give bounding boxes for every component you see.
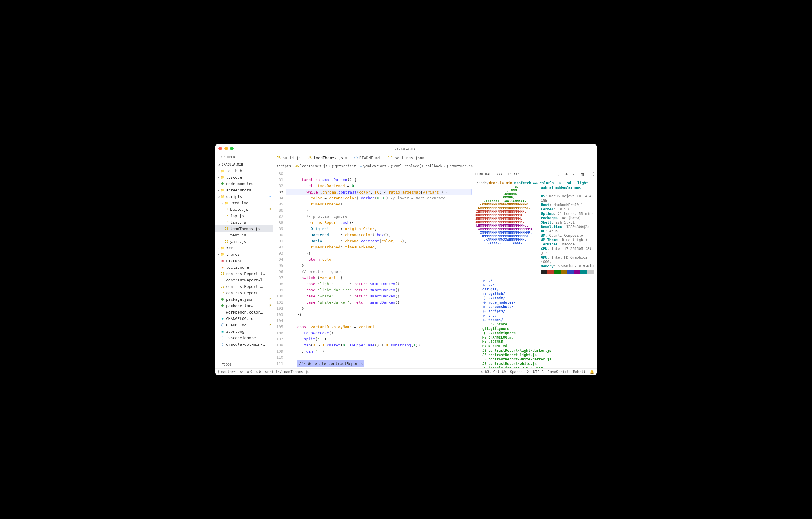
file-icon: JS (220, 291, 225, 295)
minimize-icon[interactable] (224, 147, 228, 150)
file-row[interactable]: JSbuild.jsM (215, 206, 273, 213)
breadcrumb-item[interactable]: loadThemes.js (300, 164, 327, 168)
split-terminal-icon[interactable]: ▭ (573, 172, 576, 177)
folder-row[interactable]: ▸⬢node_modules (215, 181, 273, 187)
file-row[interactable]: ▦LICENSE (215, 257, 273, 264)
item-label: contrastReport-l… (226, 278, 271, 282)
folder-icon: ⬢ (220, 182, 225, 186)
item-label: themes (226, 252, 271, 256)
close-icon[interactable] (219, 147, 222, 150)
file-row[interactable]: ⟠.vscodeignore (215, 334, 273, 341)
editor-tab[interactable]: JSloadThemes.js× (304, 153, 351, 163)
language-mode[interactable]: JavaScript (Babel) (548, 370, 586, 374)
titlebar: dracula.min (215, 144, 597, 153)
file-icon: JS (224, 220, 229, 224)
git-branch[interactable]: ᚶ master* (218, 370, 236, 374)
file-row[interactable]: ◈.gitignore (215, 264, 273, 270)
folder-row[interactable]: ◢📁scripts• (215, 193, 273, 200)
breadcrumb-item[interactable]: yaml.replace() callback (394, 164, 442, 168)
file-icon: ▦ (220, 259, 225, 263)
file-row[interactable]: JSfsp.js (215, 213, 273, 219)
window-title: dracula.min (394, 146, 417, 151)
todos-section[interactable]: TODOS (215, 361, 273, 368)
item-label: contrastReport-l… (226, 271, 271, 276)
tab-label: README.md (359, 156, 380, 160)
indent-setting[interactable]: Spaces: 2 (510, 370, 529, 374)
file-icon: ⬢ (220, 297, 225, 301)
problems[interactable]: ⊘ 0 ⚠ 0 (247, 370, 261, 374)
file-row[interactable]: JScontrastReport-… (215, 290, 273, 296)
add-terminal-icon[interactable]: ＋ (564, 171, 569, 177)
breadcrumbs[interactable]: scripts›JSloadThemes.js›ƒgetVariant›◇yam… (273, 163, 597, 169)
file-row[interactable]: ⬢package-loc…M (215, 302, 273, 309)
editor-tab[interactable]: JSbuild.js (273, 153, 304, 163)
editor-tab[interactable]: { }settings.json (384, 153, 429, 163)
file-row[interactable]: ⬢package.jsonM (215, 296, 273, 302)
shell-selector[interactable]: 1: zsh (507, 172, 520, 176)
folder-row[interactable]: ▸📁.github (215, 168, 273, 174)
folder-row[interactable]: ▸📁src (215, 245, 273, 251)
file-row[interactable]: JStest.js (215, 232, 273, 238)
maximize-icon[interactable] (230, 147, 234, 150)
encoding[interactable]: UTF-8 (533, 370, 544, 374)
file-icon: JS (224, 214, 229, 218)
dropdown-icon[interactable]: ⌄ (557, 172, 560, 177)
file-row[interactable]: JSloadThemes.js (215, 225, 273, 232)
breadcrumb-item[interactable]: yamlVariant (364, 164, 386, 168)
terminal-content[interactable]: ~/code/dracula.min neofetch && colorls -… (472, 179, 597, 368)
file-row[interactable]: JScontrastReport-… (215, 283, 273, 290)
folder-row[interactable]: ▸📁screenshots (215, 187, 273, 193)
item-label: loadThemes.js (230, 226, 271, 231)
breadcrumb-item[interactable]: scripts (276, 164, 291, 168)
sync-icon[interactable]: ⟳ (240, 370, 243, 374)
item-label: CHANGELOG.md (226, 317, 271, 321)
trash-icon[interactable]: 🗑 (581, 172, 585, 177)
file-icon: JS (220, 284, 225, 289)
item-label: src (226, 246, 271, 250)
editor-region: JSbuild.jsJSloadThemes.js×ⓘREADME.md{ }s… (273, 153, 597, 368)
item-label: test.js (230, 233, 271, 237)
file-row[interactable]: JScontrastReport-l… (215, 270, 273, 277)
breadcrumb-separator: › (292, 164, 294, 168)
folder-row[interactable]: ▸📁themes (215, 251, 273, 257)
breadcrumb-icon: ƒ (332, 164, 334, 168)
file-row[interactable]: ▣icon.png (215, 328, 273, 334)
breadcrumb-item[interactable]: smartDarken (450, 164, 473, 168)
code-editor[interactable]: 8081828384858687888990919293949596979899… (273, 169, 472, 368)
item-label: lint.js (230, 220, 271, 224)
file-icon: JS (308, 156, 312, 160)
breadcrumb-separator: › (443, 164, 445, 168)
folder-icon: 📁 (220, 188, 225, 192)
chevron-right-icon[interactable]: 〈 (590, 171, 594, 177)
editor-tab[interactable]: ⓘREADME.md (351, 153, 383, 163)
file-explorer[interactable]: ▸📁.github▸📁.vscode▸⬢node_modules▸📁screen… (215, 168, 273, 361)
folder-row[interactable]: ▸📁_ttd_log_ (215, 200, 273, 206)
code-content[interactable]: function smartDarken() { let timesDarken… (286, 169, 472, 368)
terminal-title[interactable]: TERMINAL (475, 172, 491, 176)
file-row[interactable]: JSlint.js (215, 219, 273, 225)
item-label: node_modules (226, 182, 271, 186)
file-row[interactable]: ⓘREADME.mdM (215, 322, 273, 328)
breadcrumb-item[interactable]: getVariant (335, 164, 356, 168)
file-icon: JS (224, 208, 229, 211)
project-name[interactable]: DRACULA.MIN (215, 161, 273, 168)
cursor-position[interactable]: Ln 83, Col 69 (478, 370, 506, 374)
traffic-lights (219, 147, 234, 150)
file-icon: ⬢ (220, 304, 225, 308)
file-row[interactable]: JScontrastReport-l… (215, 277, 273, 283)
folder-icon: 📁 (220, 175, 225, 179)
file-row[interactable]: { }workbench.color… (215, 309, 273, 315)
file-row[interactable]: ◉CHANGELOG.md (215, 315, 273, 322)
tab-label: loadThemes.js (314, 156, 343, 160)
close-tab-icon[interactable]: × (345, 156, 347, 160)
tab-label: build.js (282, 156, 301, 160)
editor-tabs[interactable]: JSbuild.jsJSloadThemes.js×ⓘREADME.md{ }s… (273, 153, 597, 163)
more-icon[interactable]: ••• (496, 172, 502, 176)
item-label: icon.png (226, 329, 271, 334)
file-row[interactable]: JSyaml.js (215, 238, 273, 245)
item-label: .vscode (226, 175, 271, 180)
folder-row[interactable]: ▸📁.vscode (215, 174, 273, 181)
bell-icon[interactable]: 🔔 (590, 370, 594, 374)
file-icon: { } (387, 156, 393, 160)
file-row[interactable]: ⟠dracula-dot-min-… (215, 341, 273, 347)
